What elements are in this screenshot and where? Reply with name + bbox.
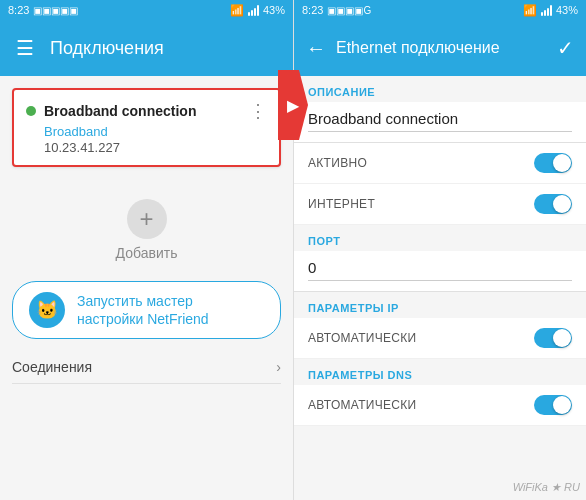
right-signal-bars <box>541 4 552 16</box>
right-title: Ethernet подключение <box>336 39 500 57</box>
ip-auto-row: АВТОМАТИЧЕСКИ <box>294 318 586 359</box>
menu-icon[interactable]: ☰ <box>16 36 34 60</box>
port-value: 0 <box>308 259 572 281</box>
right-battery-percent: 43% <box>556 4 578 16</box>
add-circle-icon[interactable]: + <box>127 199 167 239</box>
dns-section-label: ПАРАМЕТРЫ DNS <box>294 359 586 385</box>
back-arrow-icon[interactable]: ← <box>306 37 326 60</box>
dns-auto-label: АВТОМАТИЧЕСКИ <box>308 398 417 412</box>
connection-type: Broadband <box>44 124 267 139</box>
wizard-icon: 🐱 <box>29 292 65 328</box>
right-time: 8:23 <box>302 4 323 16</box>
wizard-button[interactable]: 🐱 Запустить мастернастройки NetFriend <box>12 281 281 339</box>
connection-options-icon[interactable]: ⋮ <box>249 100 267 122</box>
right-status-bar: 8:23 ▣▣▣▣G 📶 43% <box>294 0 586 20</box>
active-label: АКТИВНО <box>308 156 367 170</box>
port-section-label: ПОРТ <box>294 225 586 251</box>
connection-name: Broadband connection <box>44 103 196 119</box>
add-label: Добавить <box>116 245 178 261</box>
app-icons: ▣▣▣▣▣ <box>33 5 78 16</box>
watermark: WiFiKa ★ RU <box>513 481 580 494</box>
connections-label: Соединения <box>12 359 92 375</box>
left-time: 8:23 <box>8 4 29 16</box>
signal-bars <box>248 4 259 16</box>
right-content: ОПИСАНИЕ АКТИВНО ИНТЕРНЕТ ПОРТ 0 ПАРАМЕТ… <box>294 76 586 500</box>
dns-auto-toggle[interactable] <box>534 395 572 415</box>
description-input[interactable] <box>308 110 572 132</box>
check-icon[interactable]: ✓ <box>557 36 574 60</box>
wifi-icon: 📶 <box>230 4 244 17</box>
right-app-icons: ▣▣▣▣G <box>327 5 371 16</box>
left-header: ☰ Подключения <box>0 20 293 76</box>
description-input-wrapper <box>294 102 586 143</box>
right-panel: 8:23 ▣▣▣▣G 📶 43% ← Ethernet подключение … <box>293 0 586 500</box>
left-title: Подключения <box>50 38 164 59</box>
internet-row: ИНТЕРНЕТ <box>294 184 586 225</box>
internet-label: ИНТЕРНЕТ <box>308 197 375 211</box>
active-row: АКТИВНО <box>294 143 586 184</box>
ip-section-label: ПАРАМЕТРЫ IP <box>294 292 586 318</box>
internet-toggle[interactable] <box>534 194 572 214</box>
ip-auto-toggle[interactable] <box>534 328 572 348</box>
ip-auto-label: АВТОМАТИЧЕСКИ <box>308 331 417 345</box>
left-status-bar: 8:23 ▣▣▣▣▣ 📶 43% <box>0 0 293 20</box>
port-row: 0 <box>294 251 586 292</box>
add-section: + Добавить <box>0 199 293 261</box>
connection-card[interactable]: Broadband connection ⋮ Broadband 10.23.4… <box>12 88 281 167</box>
connection-ip: 10.23.41.227 <box>44 140 267 155</box>
description-section-label: ОПИСАНИЕ <box>294 76 586 102</box>
right-wifi-icon: 📶 <box>523 4 537 17</box>
connections-row[interactable]: Соединения › <box>12 359 281 384</box>
battery-percent: 43% <box>263 4 285 16</box>
right-header: ← Ethernet подключение ✓ <box>294 20 586 76</box>
dns-auto-row: АВТОМАТИЧЕСКИ <box>294 385 586 426</box>
connection-status-dot <box>26 106 36 116</box>
connections-arrow-icon: › <box>276 359 281 375</box>
wizard-text: Запустить мастернастройки NetFriend <box>77 292 209 328</box>
active-toggle[interactable] <box>534 153 572 173</box>
